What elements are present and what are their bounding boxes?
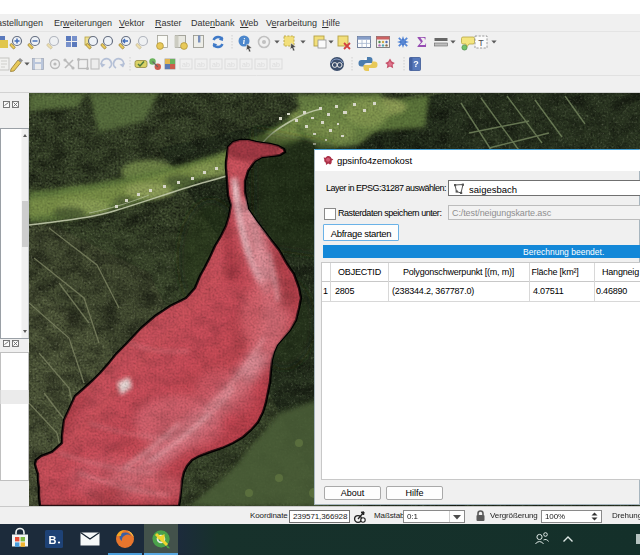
svg-text:ab: ab: [197, 61, 205, 68]
svg-text:B: B: [49, 534, 57, 546]
svg-text:ab: ab: [227, 61, 235, 68]
svg-text:ab: ab: [257, 61, 265, 68]
svg-text:ab: ab: [182, 61, 190, 68]
svg-text:ab: ab: [212, 61, 220, 68]
svg-text:ab: ab: [242, 61, 250, 68]
svg-text:?: ?: [413, 59, 419, 69]
svg-text:T: T: [478, 38, 484, 48]
svg-text:Σ: Σ: [417, 34, 427, 50]
svg-text:ab: ab: [272, 61, 280, 68]
